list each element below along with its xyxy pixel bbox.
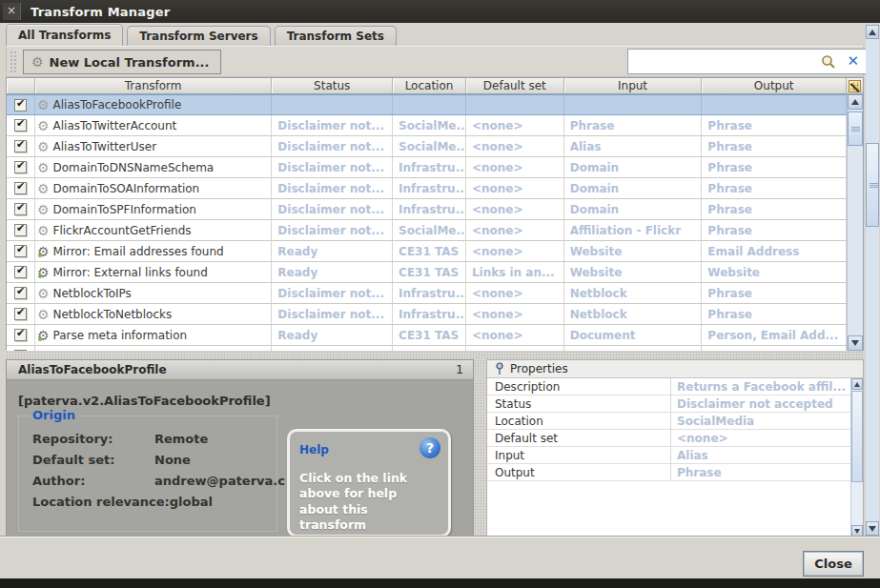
header-transform[interactable]: Transform bbox=[35, 78, 272, 93]
row-checkbox[interactable] bbox=[14, 266, 27, 278]
help-box: Help ? Click on the link above for help … bbox=[287, 429, 451, 537]
cell-status: Disclaimer not... bbox=[272, 157, 393, 177]
cell-default-set: <none> bbox=[466, 115, 564, 135]
header-default-set[interactable]: Default set bbox=[466, 78, 564, 93]
cell-status: Ready bbox=[272, 241, 393, 261]
property-row[interactable]: Status Disclaimer not accepted bbox=[487, 395, 863, 413]
cell-location: CE31 TAS bbox=[393, 262, 466, 282]
row-checkbox[interactable] bbox=[14, 329, 27, 341]
table-scrollbar-thumb[interactable] bbox=[848, 112, 863, 146]
row-checkbox[interactable] bbox=[14, 140, 27, 152]
property-label: Location bbox=[487, 415, 670, 428]
table-scroll-up-icon[interactable] bbox=[848, 94, 863, 110]
dialog-scroll-down-icon[interactable] bbox=[866, 521, 879, 536]
search-clear-icon[interactable]: ✕ bbox=[847, 52, 859, 70]
detail-header: AliasToFacebookProfile 1 bbox=[7, 360, 473, 380]
table-row[interactable]: ⚙AliasToTwitterUser Disclaimer not... So… bbox=[7, 136, 847, 157]
row-checkbox[interactable] bbox=[14, 99, 27, 112]
header-checkbox-column[interactable] bbox=[7, 78, 35, 93]
window-title: Transform Manager bbox=[31, 5, 170, 19]
transform-detail-panel: AliasToFacebookProfile 1 [paterva.v2.Ali… bbox=[6, 359, 474, 537]
cell-default-set: <none> bbox=[466, 325, 564, 345]
table-row[interactable]: ⚙Mirror: External links found Ready CE31… bbox=[7, 262, 847, 283]
origin-field: Author: andrew@paterva.c bbox=[32, 474, 276, 488]
cell-location: Infrastru... bbox=[393, 283, 466, 303]
table-row[interactable]: ⚙NetblockToNetblocks Disclaimer not... I… bbox=[7, 304, 847, 325]
new-local-transform-button[interactable]: New Local Transform... bbox=[23, 50, 221, 74]
dialog-scroll-up-icon[interactable] bbox=[866, 25, 879, 39]
dialog-scrollbar[interactable] bbox=[866, 25, 879, 536]
table-scroll-down-icon[interactable] bbox=[848, 335, 863, 351]
transform-name: FlickrAccountGetFriends bbox=[53, 224, 192, 237]
table-row[interactable]: ⚙AliasToTwitterAccount Disclaimer not...… bbox=[7, 115, 847, 136]
row-checkbox[interactable] bbox=[14, 308, 27, 320]
help-link[interactable]: Help bbox=[299, 443, 329, 456]
transforms-table: Transform Status Location Default set In… bbox=[6, 77, 864, 351]
origin-field-label: Location relevance: bbox=[32, 495, 170, 509]
column-chooser-button[interactable] bbox=[847, 78, 863, 93]
row-checkbox[interactable] bbox=[14, 203, 27, 215]
properties-scroll-down-icon[interactable] bbox=[851, 525, 863, 537]
window-close-icon[interactable]: × bbox=[3, 3, 21, 20]
row-checkbox[interactable] bbox=[14, 245, 27, 257]
header-output[interactable]: Output bbox=[702, 78, 847, 93]
property-value: SocialMedia bbox=[670, 413, 863, 430]
properties-scroll-up-icon[interactable] bbox=[851, 378, 863, 390]
table-row[interactable]: ⚙DomainToDNSNameSchema Disclaimer not...… bbox=[7, 157, 847, 178]
search-icon[interactable] bbox=[821, 54, 836, 70]
table-row[interactable]: ⚙DomainToSPFInformation Disclaimer not..… bbox=[7, 199, 847, 220]
header-location[interactable]: Location bbox=[393, 78, 466, 93]
cell-output: Website bbox=[702, 262, 847, 282]
table-row[interactable]: ⚙NetblockToIPs Disclaimer not... Infrast… bbox=[7, 283, 847, 304]
transform-gear-icon: ⚙ bbox=[37, 287, 50, 300]
table-row[interactable]: ⚙AliasToFacebookProfile bbox=[7, 94, 847, 115]
property-row[interactable]: Output Phrase bbox=[487, 464, 863, 481]
property-row[interactable]: Location SocialMedia bbox=[487, 413, 863, 430]
transform-name: DomainToDNSNameSchema bbox=[53, 161, 215, 174]
close-button[interactable]: Close bbox=[803, 551, 864, 577]
property-row[interactable]: Description Returns a Facebook affil... bbox=[487, 378, 863, 395]
cell-status: Disclaimer not... bbox=[272, 220, 393, 240]
header-status[interactable]: Status bbox=[272, 78, 393, 93]
dialog-scrollbar-thumb[interactable] bbox=[866, 143, 879, 227]
property-row[interactable]: Input Alias bbox=[487, 447, 863, 464]
cell-default-set: <none> bbox=[466, 241, 564, 261]
local-transform-gear-icon: ⚙ bbox=[37, 245, 50, 258]
row-checkbox[interactable] bbox=[14, 287, 27, 299]
cell-input: Phrase bbox=[564, 115, 703, 135]
table-row[interactable]: ⚙Mirror: Email addresses found Ready CE3… bbox=[7, 241, 847, 262]
row-checkbox[interactable] bbox=[14, 224, 27, 236]
cell-default-set: Links in an... bbox=[466, 262, 564, 282]
tab-transform-sets[interactable]: Transform Sets bbox=[275, 26, 397, 46]
cell-input: Domain bbox=[564, 178, 703, 198]
cell-output: Phrase bbox=[702, 157, 847, 177]
search-input[interactable] bbox=[630, 51, 821, 71]
origin-field-value: Remote bbox=[154, 432, 208, 446]
transform-name: NetblockToNetblocks bbox=[53, 308, 173, 321]
table-row[interactable]: ⚙Parse meta information Ready CE31 TAS <… bbox=[7, 325, 847, 346]
table-header: Transform Status Location Default set In… bbox=[7, 78, 863, 94]
properties-scrollbar-thumb[interactable] bbox=[851, 391, 863, 482]
table-scrollbar[interactable] bbox=[847, 94, 863, 351]
row-checkbox[interactable] bbox=[14, 182, 27, 194]
table-row[interactable]: ⚙DomainToSOAInformation Disclaimer not..… bbox=[7, 178, 847, 199]
header-input[interactable]: Input bbox=[564, 78, 703, 93]
toolbar-drag-grip[interactable] bbox=[10, 51, 18, 73]
cell-output: Phrase bbox=[702, 304, 847, 324]
properties-header: Properties bbox=[487, 360, 863, 378]
cell-location: Infrastru... bbox=[393, 178, 466, 198]
tab-all-transforms[interactable]: All Transforms bbox=[6, 24, 123, 46]
vertical-splitter[interactable] bbox=[474, 359, 486, 537]
origin-field-value: None bbox=[154, 453, 191, 467]
horizontal-splitter[interactable] bbox=[6, 351, 864, 359]
properties-scrollbar[interactable] bbox=[850, 378, 863, 537]
help-question-icon[interactable]: ? bbox=[420, 437, 440, 458]
cell-output: Person, Email Add... bbox=[702, 325, 847, 345]
table-row[interactable]: ⚙FlickrAccountGetFriends Disclaimer not.… bbox=[7, 220, 847, 241]
row-checkbox[interactable] bbox=[14, 161, 27, 173]
tab-transform-servers[interactable]: Transform Servers bbox=[127, 26, 270, 46]
property-row[interactable]: Default set <none> bbox=[487, 430, 863, 447]
pin-icon[interactable] bbox=[495, 362, 504, 375]
help-text: Click on the link above for help about t… bbox=[299, 471, 433, 533]
row-checkbox[interactable] bbox=[14, 119, 27, 132]
